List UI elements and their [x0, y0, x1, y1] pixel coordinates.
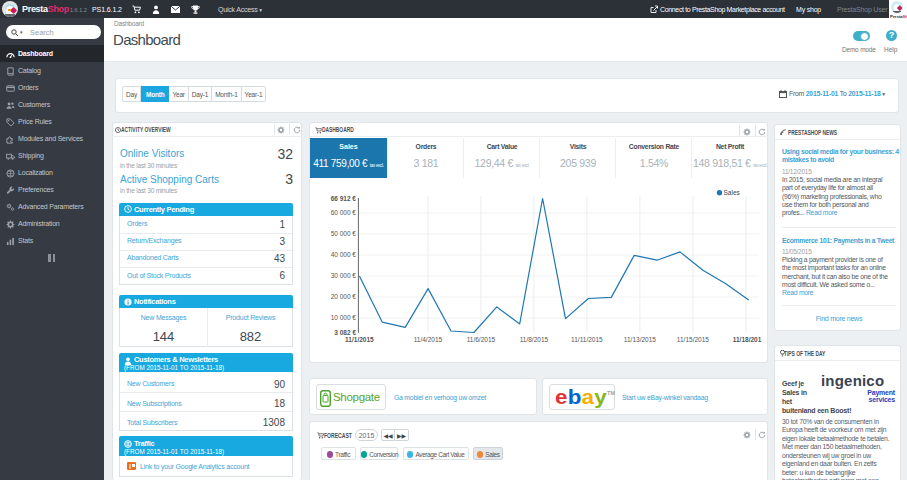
- svg-text:11/6/2015: 11/6/2015: [467, 336, 496, 343]
- svg-text:Sales: Sales: [724, 189, 741, 196]
- svg-text:11/15/2015: 11/15/2015: [677, 336, 709, 343]
- svg-text:66 912 €: 66 912 €: [331, 195, 357, 202]
- svg-text:60 000 €: 60 000 €: [331, 209, 357, 216]
- svg-text:11/8/2015: 11/8/2015: [520, 336, 549, 343]
- svg-text:11/4/2015: 11/4/2015: [414, 336, 443, 343]
- svg-text:50 000 €: 50 000 €: [331, 230, 357, 237]
- svg-text:11/18/201: 11/18/201: [733, 336, 762, 343]
- svg-text:20 000 €: 20 000 €: [331, 293, 357, 300]
- svg-text:40 000 €: 40 000 €: [331, 251, 357, 258]
- svg-text:11/13/2015: 11/13/2015: [624, 336, 656, 343]
- svg-text:30 000 €: 30 000 €: [331, 272, 357, 279]
- svg-text:10 000 €: 10 000 €: [331, 314, 357, 321]
- svg-text:11/1/2015: 11/1/2015: [345, 336, 374, 343]
- svg-text:11/11/2015: 11/11/2015: [571, 336, 603, 343]
